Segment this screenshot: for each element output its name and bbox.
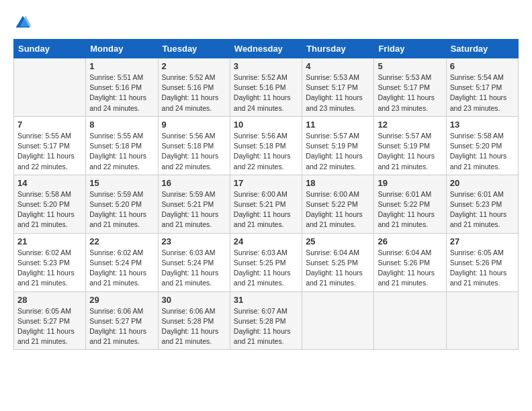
day-number: 18	[306, 178, 370, 188]
calendar-cell: 16Sunrise: 5:59 AM Sunset: 5:21 PM Dayli…	[158, 175, 230, 233]
day-info: Sunrise: 5:55 AM Sunset: 5:17 PM Dayligh…	[17, 131, 82, 172]
day-number: 7	[17, 120, 82, 130]
calendar-cell: 24Sunrise: 6:03 AM Sunset: 5:25 PM Dayli…	[230, 233, 302, 291]
calendar-cell	[302, 291, 374, 350]
day-number: 17	[234, 178, 298, 188]
day-number: 2	[162, 61, 226, 71]
day-number: 12	[378, 120, 442, 130]
calendar-cell: 31Sunrise: 6:07 AM Sunset: 5:28 PM Dayli…	[230, 291, 302, 350]
header-tuesday: Tuesday	[158, 40, 230, 58]
calendar-cell: 5Sunrise: 5:53 AM Sunset: 5:17 PM Daylig…	[374, 58, 446, 117]
day-info: Sunrise: 5:54 AM Sunset: 5:17 PM Dayligh…	[450, 73, 515, 113]
day-info: Sunrise: 5:58 AM Sunset: 5:20 PM Dayligh…	[17, 189, 82, 230]
calendar-week-3: 14Sunrise: 5:58 AM Sunset: 5:20 PM Dayli…	[14, 175, 519, 233]
calendar-cell: 10Sunrise: 5:56 AM Sunset: 5:18 PM Dayli…	[230, 116, 302, 175]
page-header	[13, 13, 519, 32]
day-number: 27	[450, 236, 515, 246]
calendar-cell: 12Sunrise: 5:57 AM Sunset: 5:19 PM Dayli…	[374, 116, 446, 175]
calendar-cell: 3Sunrise: 5:52 AM Sunset: 5:16 PM Daylig…	[230, 58, 302, 117]
day-number: 31	[234, 295, 298, 305]
header-friday: Friday	[374, 40, 446, 58]
day-number: 28	[17, 295, 82, 305]
day-number: 22	[89, 236, 154, 246]
day-info: Sunrise: 6:05 AM Sunset: 5:27 PM Dayligh…	[17, 306, 82, 347]
day-info: Sunrise: 5:52 AM Sunset: 5:16 PM Dayligh…	[234, 73, 298, 113]
calendar-cell: 4Sunrise: 5:53 AM Sunset: 5:17 PM Daylig…	[302, 58, 374, 117]
day-info: Sunrise: 5:59 AM Sunset: 5:21 PM Dayligh…	[162, 189, 226, 230]
day-info: Sunrise: 5:56 AM Sunset: 5:18 PM Dayligh…	[234, 131, 298, 172]
day-number: 5	[378, 61, 442, 71]
calendar-cell: 9Sunrise: 5:56 AM Sunset: 5:18 PM Daylig…	[158, 116, 230, 175]
calendar-cell: 26Sunrise: 6:04 AM Sunset: 5:26 PM Dayli…	[374, 233, 446, 291]
calendar-cell: 22Sunrise: 6:02 AM Sunset: 5:24 PM Dayli…	[86, 233, 158, 291]
day-info: Sunrise: 5:53 AM Sunset: 5:17 PM Dayligh…	[306, 73, 370, 113]
day-info: Sunrise: 5:56 AM Sunset: 5:18 PM Dayligh…	[162, 131, 226, 172]
day-number: 11	[306, 120, 370, 130]
day-info: Sunrise: 5:55 AM Sunset: 5:18 PM Dayligh…	[89, 131, 154, 172]
day-number: 13	[450, 120, 515, 130]
calendar-table: SundayMondayTuesdayWednesdayThursdayFrid…	[13, 39, 519, 350]
day-info: Sunrise: 5:52 AM Sunset: 5:16 PM Dayligh…	[162, 73, 226, 113]
day-info: Sunrise: 6:04 AM Sunset: 5:26 PM Dayligh…	[378, 248, 442, 289]
calendar-cell: 21Sunrise: 6:02 AM Sunset: 5:23 PM Dayli…	[14, 233, 86, 291]
header-wednesday: Wednesday	[230, 40, 302, 58]
calendar-cell	[14, 58, 86, 117]
day-info: Sunrise: 6:02 AM Sunset: 5:23 PM Dayligh…	[17, 248, 82, 289]
day-number: 3	[234, 61, 298, 71]
calendar-cell: 17Sunrise: 6:00 AM Sunset: 5:21 PM Dayli…	[230, 175, 302, 233]
calendar-cell: 13Sunrise: 5:58 AM Sunset: 5:20 PM Dayli…	[446, 116, 518, 175]
day-info: Sunrise: 5:57 AM Sunset: 5:19 PM Dayligh…	[306, 131, 370, 172]
calendar-cell: 27Sunrise: 6:05 AM Sunset: 5:26 PM Dayli…	[446, 233, 518, 291]
day-number: 4	[306, 61, 370, 71]
day-number: 14	[17, 178, 82, 188]
day-number: 26	[378, 236, 442, 246]
day-info: Sunrise: 6:00 AM Sunset: 5:22 PM Dayligh…	[306, 189, 370, 230]
day-number: 24	[234, 236, 298, 246]
calendar-cell: 7Sunrise: 5:55 AM Sunset: 5:17 PM Daylig…	[14, 116, 86, 175]
calendar-cell: 19Sunrise: 6:01 AM Sunset: 5:22 PM Dayli…	[374, 175, 446, 233]
day-number: 25	[306, 236, 370, 246]
day-info: Sunrise: 6:07 AM Sunset: 5:28 PM Dayligh…	[234, 306, 298, 347]
day-info: Sunrise: 6:05 AM Sunset: 5:26 PM Dayligh…	[450, 248, 515, 289]
calendar-week-1: 1Sunrise: 5:51 AM Sunset: 5:16 PM Daylig…	[14, 58, 519, 117]
calendar-week-5: 28Sunrise: 6:05 AM Sunset: 5:27 PM Dayli…	[14, 291, 519, 350]
day-info: Sunrise: 6:03 AM Sunset: 5:24 PM Dayligh…	[162, 248, 226, 289]
calendar-cell	[446, 291, 518, 350]
day-number: 15	[89, 178, 154, 188]
calendar-header-row: SundayMondayTuesdayWednesdayThursdayFrid…	[14, 40, 519, 58]
day-info: Sunrise: 6:00 AM Sunset: 5:21 PM Dayligh…	[234, 189, 298, 230]
day-number: 9	[162, 120, 226, 130]
day-info: Sunrise: 6:06 AM Sunset: 5:28 PM Dayligh…	[162, 306, 226, 347]
day-info: Sunrise: 6:01 AM Sunset: 5:23 PM Dayligh…	[450, 189, 515, 230]
day-number: 29	[89, 295, 154, 305]
calendar-cell: 25Sunrise: 6:04 AM Sunset: 5:25 PM Dayli…	[302, 233, 374, 291]
header-sunday: Sunday	[14, 40, 86, 58]
header-saturday: Saturday	[446, 40, 518, 58]
day-info: Sunrise: 6:06 AM Sunset: 5:27 PM Dayligh…	[89, 306, 154, 347]
calendar-cell: 2Sunrise: 5:52 AM Sunset: 5:16 PM Daylig…	[158, 58, 230, 117]
calendar-cell: 14Sunrise: 5:58 AM Sunset: 5:20 PM Dayli…	[14, 175, 86, 233]
day-number: 8	[89, 120, 154, 130]
header-monday: Monday	[86, 40, 158, 58]
day-info: Sunrise: 5:57 AM Sunset: 5:19 PM Dayligh…	[378, 131, 442, 172]
calendar-cell	[374, 291, 446, 350]
calendar-cell: 18Sunrise: 6:00 AM Sunset: 5:22 PM Dayli…	[302, 175, 374, 233]
day-info: Sunrise: 5:51 AM Sunset: 5:16 PM Dayligh…	[89, 73, 154, 113]
day-info: Sunrise: 6:03 AM Sunset: 5:25 PM Dayligh…	[234, 248, 298, 289]
day-info: Sunrise: 5:53 AM Sunset: 5:17 PM Dayligh…	[378, 73, 442, 113]
day-number: 19	[378, 178, 442, 188]
day-number: 20	[450, 178, 515, 188]
day-number: 16	[162, 178, 226, 188]
calendar-cell: 15Sunrise: 5:59 AM Sunset: 5:20 PM Dayli…	[86, 175, 158, 233]
day-number: 21	[17, 236, 82, 246]
calendar-cell: 6Sunrise: 5:54 AM Sunset: 5:17 PM Daylig…	[446, 58, 518, 117]
header-thursday: Thursday	[302, 40, 374, 58]
calendar-cell: 1Sunrise: 5:51 AM Sunset: 5:16 PM Daylig…	[86, 58, 158, 117]
day-number: 1	[89, 61, 154, 71]
logo-icon	[13, 13, 32, 32]
day-info: Sunrise: 6:04 AM Sunset: 5:25 PM Dayligh…	[306, 248, 370, 289]
logo	[13, 13, 35, 32]
calendar-week-2: 7Sunrise: 5:55 AM Sunset: 5:17 PM Daylig…	[14, 116, 519, 175]
day-number: 6	[450, 61, 515, 71]
calendar-cell: 20Sunrise: 6:01 AM Sunset: 5:23 PM Dayli…	[446, 175, 518, 233]
